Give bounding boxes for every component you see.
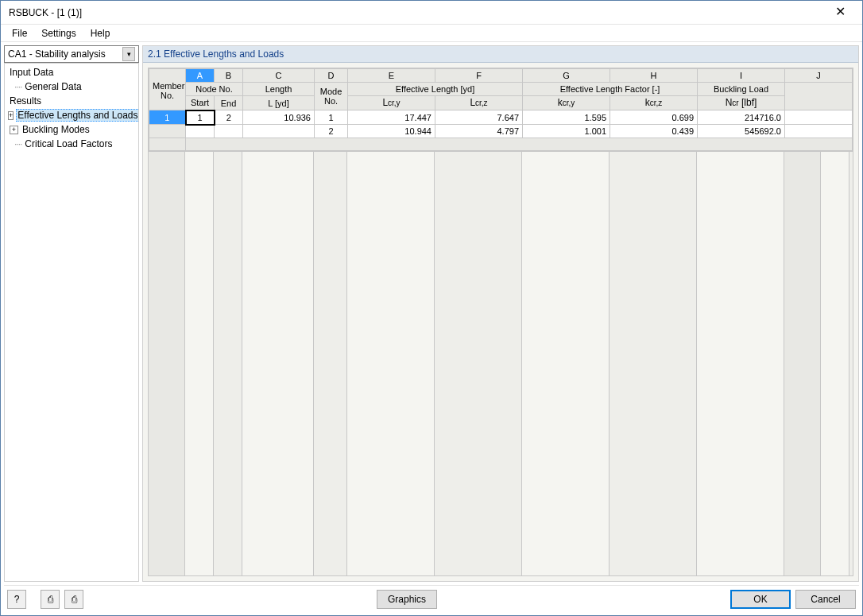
col-member-no[interactable]: MemberNo. [149, 69, 186, 110]
graphics-button[interactable]: Graphics [377, 590, 437, 609]
case-combo[interactable]: CA1 - Stability analysis ▾ [4, 45, 139, 63]
table-row[interactable]: 1 1 2 10.936 1 17.447 7.647 1.595 0.699 … [149, 110, 853, 125]
row-header[interactable] [149, 138, 186, 151]
col-end[interactable]: End [215, 96, 243, 110]
cell[interactable]: 17.447 [348, 110, 435, 125]
cell[interactable]: 0.699 [610, 110, 698, 125]
bottom-bar: ? ⎙ ⎙ Graphics OK Cancel [4, 585, 859, 612]
col-letter-e[interactable]: E [348, 69, 435, 83]
print-button-1[interactable]: ⎙ [41, 590, 60, 609]
table-row[interactable] [149, 138, 853, 151]
col-letter-j[interactable]: J [785, 69, 853, 83]
pane-title: 2.1 Effective Lengths and Loads [143, 46, 858, 63]
col-letter-b[interactable]: B [215, 69, 243, 83]
cell[interactable] [243, 125, 315, 138]
grid-empty-area [149, 151, 853, 575]
tree-input-data[interactable]: Input Data [5, 65, 138, 79]
row-header[interactable] [149, 125, 186, 138]
close-button[interactable]: ✕ [824, 2, 856, 24]
menu-settings[interactable]: Settings [35, 26, 82, 41]
right-pane: 2.1 Effective Lengths and Loads MemberNo… [142, 45, 859, 582]
col-letter-d[interactable]: D [315, 69, 348, 83]
col-letter-a[interactable]: A [186, 69, 215, 83]
upper-area: CA1 - Stability analysis ▾ Input Data ··… [4, 45, 859, 582]
cell[interactable]: 1.595 [523, 110, 610, 125]
window-title: RSBUCK - [1 (1)] [7, 7, 824, 18]
help-icon: ? [14, 594, 20, 605]
table-row[interactable]: 2 10.944 4.797 1.001 0.439 545692.0 [149, 125, 853, 138]
help-button[interactable]: ? [7, 590, 26, 609]
cell[interactable]: 2 [315, 125, 348, 138]
tree-effective-lengths[interactable]: + Effective Lengths and Loads [5, 108, 138, 122]
col-letter-c[interactable]: C [243, 69, 315, 83]
cell[interactable] [785, 110, 853, 125]
col-length[interactable]: Length [243, 83, 315, 96]
cell[interactable]: 1 [315, 110, 348, 125]
cell[interactable] [215, 125, 243, 138]
cancel-button[interactable]: Cancel [795, 590, 856, 609]
cell[interactable]: 2 [215, 110, 243, 125]
menubar: File Settings Help [1, 25, 862, 42]
cell[interactable]: 1 [186, 110, 215, 125]
printer-icon: ⎙ [48, 594, 53, 605]
col-eff-length[interactable]: Effective Length [yd] [348, 83, 523, 96]
cell[interactable] [186, 138, 853, 151]
cell[interactable]: 4.797 [435, 125, 523, 138]
tree-buckling-modes[interactable]: + Buckling Modes [5, 122, 138, 137]
client-area: CA1 - Stability analysis ▾ Input Data ··… [1, 42, 862, 615]
cell[interactable]: 10.936 [243, 110, 315, 125]
case-combo-text: CA1 - Stability analysis [8, 48, 122, 60]
chevron-down-icon[interactable]: ▾ [122, 47, 135, 61]
cell[interactable]: 10.944 [348, 125, 435, 138]
tree-results[interactable]: Results [5, 94, 138, 108]
col-lcrz[interactable]: Lcr,z [435, 96, 523, 110]
data-grid[interactable]: MemberNo. A B C D E F G H I J [148, 68, 853, 576]
col-kcrz[interactable]: kcr,z [610, 96, 698, 110]
expand-icon[interactable]: + [10, 126, 18, 134]
grid-table: MemberNo. A B C D E F G H I J [149, 68, 853, 151]
col-kcry[interactable]: kcr,y [523, 96, 610, 110]
menu-help[interactable]: Help [84, 26, 117, 41]
col-buckling-load[interactable]: Buckling Load [698, 83, 785, 96]
col-j-empty[interactable] [785, 83, 853, 110]
col-letter-i[interactable]: I [698, 69, 785, 83]
menu-file[interactable]: File [6, 26, 33, 41]
cell[interactable]: 1.001 [523, 125, 610, 138]
left-pane: CA1 - Stability analysis ▾ Input Data ··… [4, 45, 139, 582]
cell[interactable] [785, 125, 853, 138]
col-eff-factor[interactable]: Effective Length Factor [-] [523, 83, 698, 96]
col-letter-h[interactable]: H [610, 69, 698, 83]
tree-critical-load-factors[interactable]: ···· Critical Load Factors [5, 137, 138, 151]
ok-button[interactable]: OK [730, 590, 791, 609]
expand-icon[interactable]: + [8, 111, 14, 120]
col-ncr[interactable]: Ncr [lbf] [698, 96, 785, 110]
cell[interactable]: 545692.0 [698, 125, 785, 138]
col-lcry[interactable]: Lcr,y [348, 96, 435, 110]
col-lyd[interactable]: L [yd] [243, 96, 315, 110]
row-header[interactable]: 1 [149, 110, 186, 125]
tree-general-data[interactable]: ···· General Data [5, 79, 138, 94]
col-letter-g[interactable]: G [523, 69, 610, 83]
app-window: RSBUCK - [1 (1)] ✕ File Settings Help CA… [0, 0, 863, 616]
printer-icon: ⎙ [72, 594, 77, 605]
col-mode-no[interactable]: ModeNo. [315, 83, 348, 110]
nav-tree: Input Data ···· General Data Results + E… [4, 63, 139, 582]
col-letter-f[interactable]: F [435, 69, 523, 83]
print-button-2[interactable]: ⎙ [64, 590, 83, 609]
titlebar: RSBUCK - [1 (1)] ✕ [1, 1, 862, 25]
cell[interactable]: 7.647 [435, 110, 523, 125]
cell[interactable]: 214716.0 [698, 110, 785, 125]
col-start[interactable]: Start [186, 96, 215, 110]
col-node-no[interactable]: Node No. [186, 83, 243, 96]
cell[interactable]: 0.439 [610, 125, 698, 138]
cell[interactable] [186, 125, 215, 138]
